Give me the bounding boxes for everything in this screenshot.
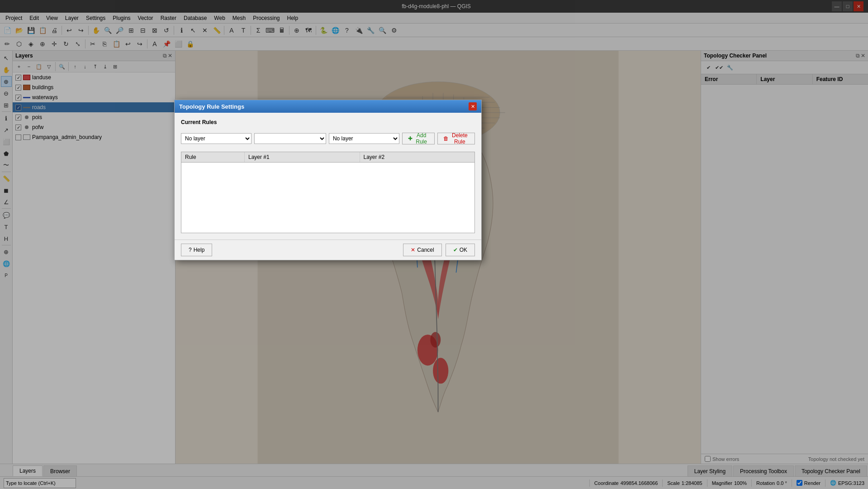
ok-icon: ✔ xyxy=(453,247,458,253)
dialog-content: Current Rules No layer No layer ✚ Add Ru… xyxy=(175,113,481,240)
add-rule-label: Add Rule xyxy=(414,132,429,145)
help-button[interactable]: ? Help xyxy=(181,244,212,256)
add-rule-icon: ✚ xyxy=(408,135,413,142)
current-rules-label: Current Rules xyxy=(181,119,475,125)
dialog-footer-right: ✕ Cancel ✔ OK xyxy=(403,244,475,256)
ok-label: OK xyxy=(460,247,467,253)
dialog-footer: ? Help ✕ Cancel ✔ OK xyxy=(175,240,481,260)
topology-dialog: Topology Rule Settings ✕ Current Rules N… xyxy=(174,100,482,260)
add-rule-button[interactable]: ✚ Add Rule xyxy=(402,133,435,144)
dialog-close-button[interactable]: ✕ xyxy=(469,102,477,110)
delete-rule-label: Delete Rule xyxy=(451,132,469,145)
layer1-col-header: Layer #1 xyxy=(245,152,360,162)
help-label: Help xyxy=(194,247,205,253)
delete-rule-button[interactable]: 🗑 Delete Rule xyxy=(437,133,475,144)
layer2-col-header: Layer #2 xyxy=(360,152,475,162)
rule-select[interactable] xyxy=(254,133,326,144)
modal-overlay: Topology Rule Settings ✕ Current Rules N… xyxy=(0,0,868,489)
dialog-titlebar: Topology Rule Settings ✕ xyxy=(175,100,481,113)
cancel-label: Cancel xyxy=(417,247,434,253)
help-icon: ? xyxy=(189,247,192,253)
rule-table-body xyxy=(181,163,474,230)
cancel-icon: ✕ xyxy=(411,247,415,253)
rule-table: Rule Layer #1 Layer #2 xyxy=(181,152,475,233)
layer2-select[interactable]: No layer xyxy=(329,133,399,144)
rule-col-header: Rule xyxy=(181,152,245,162)
layer1-select[interactable]: No layer xyxy=(181,133,251,144)
cancel-button[interactable]: ✕ Cancel xyxy=(403,244,441,256)
rule-selector-row: No layer No layer ✚ Add Rule 🗑 Delete Ru… xyxy=(181,133,475,144)
rule-table-header: Rule Layer #1 Layer #2 xyxy=(181,152,474,163)
delete-rule-icon: 🗑 xyxy=(443,135,449,142)
ok-button[interactable]: ✔ OK xyxy=(446,244,475,256)
dialog-title: Topology Rule Settings xyxy=(179,103,244,110)
